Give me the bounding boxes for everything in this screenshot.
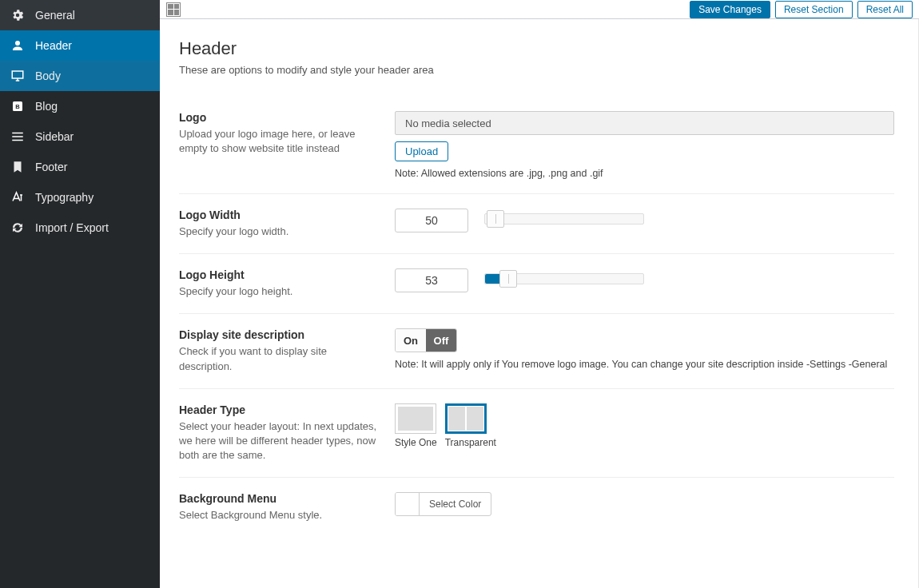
field-title: Header Type xyxy=(179,403,379,416)
blog-icon: B xyxy=(10,98,26,114)
nav-label: Import / Export xyxy=(35,221,109,234)
nav-label: Sidebar xyxy=(35,130,74,143)
field-title: Logo Width xyxy=(179,209,379,221)
field-logo: Logo Upload your logo image here, or lea… xyxy=(179,97,894,194)
nav-import-export[interactable]: Import / Export xyxy=(0,213,160,243)
media-selector[interactable]: No media selected xyxy=(395,111,894,135)
nav-footer[interactable]: Footer xyxy=(0,152,160,182)
field-title: Logo Height xyxy=(179,268,379,281)
logo-width-input[interactable] xyxy=(395,209,468,232)
grid-icon[interactable] xyxy=(166,2,181,17)
note: Note: It will apply only if You remove l… xyxy=(395,359,894,370)
logo-height-input[interactable] xyxy=(395,268,468,292)
logo-width-slider[interactable] xyxy=(484,213,644,224)
field-desc: Check if you want to display site descri… xyxy=(179,344,379,373)
nav-typography[interactable]: Typography xyxy=(0,182,160,213)
save-changes-button[interactable]: Save Changes xyxy=(690,1,770,18)
page-description: These are options to modify and style yo… xyxy=(179,64,894,76)
nav-label: Body xyxy=(35,70,61,82)
field-logo-height: Logo Height Specify your logo height. xyxy=(179,254,894,314)
color-swatch xyxy=(396,493,420,515)
select-color-button[interactable]: Select Color xyxy=(395,492,491,516)
sync-icon xyxy=(10,220,26,236)
sidebar: General Header Body B Blog Sidebar Foote… xyxy=(0,0,160,588)
bookmark-icon xyxy=(10,159,26,175)
field-site-description: Display site description Check if you wa… xyxy=(179,314,894,388)
field-desc: Select Background Menu style. xyxy=(179,508,379,522)
toggle-off[interactable]: Off xyxy=(426,329,456,352)
nav-label: Header xyxy=(35,39,72,52)
nav-label: Blog xyxy=(35,100,58,113)
upload-button[interactable]: Upload xyxy=(395,141,448,161)
field-desc: Specify your logo width. xyxy=(179,224,379,239)
nav-body[interactable]: Body xyxy=(0,61,160,91)
layout-label: Style One xyxy=(395,437,437,448)
content: Header These are options to modify and s… xyxy=(160,19,919,588)
nav-header[interactable]: Header xyxy=(0,30,160,61)
nav-label: Footer xyxy=(35,161,67,173)
nav-label: Typography xyxy=(35,191,93,204)
color-label: Select Color xyxy=(420,499,491,510)
page-title: Header xyxy=(179,38,894,59)
menu-icon xyxy=(10,129,26,145)
typography-icon xyxy=(10,189,26,205)
note: Note: Allowed extensions are .jpg, .png … xyxy=(395,168,894,179)
reset-section-button[interactable]: Reset Section xyxy=(775,1,853,18)
header-type-style-one[interactable]: Style One xyxy=(395,403,437,448)
toggle-on[interactable]: On xyxy=(396,329,426,352)
layout-label: Transparent xyxy=(445,437,496,448)
monitor-icon xyxy=(10,68,26,84)
nav-label: General xyxy=(35,9,75,22)
field-header-type: Header Type Select your header layout: I… xyxy=(179,389,894,479)
main: Save Changes Reset Section Reset All Hea… xyxy=(160,0,919,588)
topbar: Save Changes Reset Section Reset All xyxy=(160,0,919,19)
field-background-menu: Background Menu Select Background Menu s… xyxy=(179,478,894,537)
field-title: Display site description xyxy=(179,328,379,341)
field-logo-width: Logo Width Specify your logo width. xyxy=(179,194,894,254)
nav-blog[interactable]: B Blog xyxy=(0,91,160,121)
logo-height-slider[interactable] xyxy=(484,273,644,284)
field-desc: Specify your logo height. xyxy=(179,284,379,299)
field-desc: Upload your logo image here, or leave em… xyxy=(179,127,379,156)
field-title: Logo xyxy=(179,111,379,124)
nav-general[interactable]: General xyxy=(0,0,160,30)
person-icon xyxy=(10,38,26,54)
field-desc: Select your header layout: In next updat… xyxy=(179,419,379,463)
site-description-toggle[interactable]: On Off xyxy=(395,328,457,352)
reset-all-button[interactable]: Reset All xyxy=(857,1,913,18)
svg-text:B: B xyxy=(15,103,20,110)
gear-icon xyxy=(10,7,26,23)
header-type-transparent[interactable]: Transparent xyxy=(445,403,496,448)
nav-sidebar[interactable]: Sidebar xyxy=(0,121,160,152)
field-title: Background Menu xyxy=(179,492,379,505)
